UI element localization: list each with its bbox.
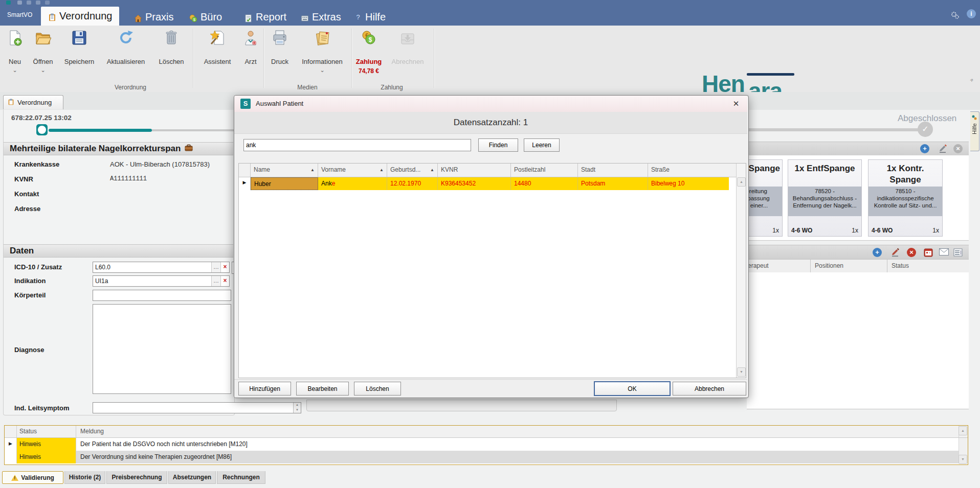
settings-gear-icon[interactable] [949,10,961,20]
list-icon[interactable] [953,248,963,259]
add-icon[interactable]: + [920,144,929,153]
indikation-value[interactable]: UI1a [93,276,211,286]
druck-button[interactable]: Druck [267,26,293,91]
leitsymptom-input[interactable] [93,403,293,413]
dialog-title-bar[interactable]: S Auswahl Patient ✕ [234,96,747,112]
column-header-stadt[interactable]: Stadt [578,164,648,177]
button-label: Zahlung [353,58,385,65]
column-header-kvnr[interactable]: KVNR [438,164,511,177]
tab-rechnungen[interactable]: Rechnungen [217,471,265,484]
spinner-up-icon[interactable]: ▲ [294,403,301,408]
lookup-ellipsis-button[interactable]: … [211,276,220,286]
menu-tab-buero[interactable]: $ Büro [189,9,222,26]
envelope-icon[interactable] [939,248,949,257]
cell-kvnr[interactable]: K936453452 [438,177,511,190]
edit-pencil-icon[interactable] [938,144,947,155]
patient-search-input[interactable] [243,139,471,151]
close-icon[interactable]: ✕ [731,99,741,108]
hinzufuegen-button[interactable]: Hinzufügen [238,382,291,396]
diagnose-textarea[interactable] [93,304,231,394]
therapy-card[interactable]: 1x Kontr. Spange 78510 - indikationsspez… [868,159,943,237]
column-header-vorname[interactable]: Vorname▲ [318,164,387,177]
arzt-button[interactable]: Arzt [239,26,262,91]
scroll-down-icon[interactable]: ▼ [737,367,746,377]
remove-icon[interactable]: × [907,248,916,257]
cell-name[interactable]: Huber [251,177,318,190]
chevron-down-icon[interactable]: ⌄ [297,67,348,73]
lookup-ellipsis-button[interactable]: … [211,262,220,272]
menu-tab-report[interactable]: Report [244,9,286,26]
side-tab-hilfe[interactable]: Hilfe [970,111,979,151]
menu-tab-hilfe[interactable]: ? Hilfe [354,9,386,26]
oeffnen-button[interactable]: Öffnen ⌄ [29,26,57,91]
quick-print-icon[interactable] [45,1,50,5]
chevron-down-icon[interactable]: ⌄ [4,67,26,73]
clear-x-button[interactable]: × [220,262,229,272]
remove-icon[interactable]: × [953,144,963,153]
cell-geburtsdatum[interactable]: 12.02.1970 [387,177,438,190]
spinner-down-icon[interactable]: ▼ [294,408,301,413]
tab-validierung[interactable]: Validierung [2,471,63,484]
menu-tab-praxis[interactable]: Praxis [134,9,174,26]
aktualisieren-button[interactable]: Aktualisieren [101,26,150,91]
chevron-down-icon[interactable]: ⌄ [29,67,57,73]
info-icon[interactable]: i [967,9,976,18]
calendar-icon[interactable] [924,248,933,259]
table-scrollbar[interactable]: ▲ ▼ [736,164,746,378]
clear-x-button[interactable]: × [220,276,229,286]
cell-postleitzahl[interactable]: 14480 [511,177,578,190]
finden-button[interactable]: Finden [478,138,518,152]
add-icon[interactable]: + [873,248,882,257]
patient-table-header: Name▲ Vorname▲ Geburtsd...▲ KVNR Postlei… [239,164,746,177]
tab-preisberechnung[interactable]: Preisberechnung [106,471,167,484]
scroll-up-icon[interactable]: ▲ [959,426,967,435]
leeren-button[interactable]: Leeren [524,138,560,152]
search-match-text: Ank [321,180,332,187]
cell-stadt[interactable]: Potsdam [578,177,648,190]
cell-vorname[interactable]: Anke [318,177,387,190]
column-header-meldung[interactable]: Meldung [76,426,959,437]
edit-pencil-icon[interactable] [890,247,900,259]
menu-tab-extras[interactable]: Extras [301,9,341,26]
icd10-value[interactable]: L60.0 [93,262,211,272]
quick-redo-icon[interactable] [36,1,40,5]
speichern-button[interactable]: Speichern [60,26,98,91]
informationen-button[interactable]: Informationen ⌄ [297,26,348,91]
column-header-strasse[interactable]: Straße [648,164,729,177]
tab-absetzungen[interactable]: Absetzungen [168,471,216,484]
field-label: Adresse [14,205,40,213]
therapy-card[interactable]: 1x EntfSpange 78520 - Behandlungsabschlu… [788,159,862,237]
zahlung-button[interactable]: €$ Zahlung 74,78 € [353,26,385,91]
scroll-up-icon[interactable]: ▲ [737,177,746,187]
bearbeiten-button[interactable]: Bearbeiten [296,382,349,396]
patient-row[interactable]: ▶ Huber Anke 12.02.1970 K936453452 14480… [239,177,746,190]
scroll-down-icon[interactable]: ▼ [959,455,967,464]
document-tab-verordnung[interactable]: Verordnung [3,95,63,109]
quick-save-icon[interactable] [17,1,22,5]
validation-row[interactable]: ▶ Hinweis Der Patient hat die DSGVO noch… [5,438,968,451]
validation-row[interactable]: Hinweis Der Verordnung sind keine Therap… [5,451,968,463]
column-header-therapeut[interactable]: erapeut [747,260,811,273]
column-header-status[interactable]: Status [17,426,76,437]
column-header-status[interactable]: Status [887,260,968,273]
neu-button[interactable]: Neu ⌄ [4,26,26,91]
loeschen-dialog-button[interactable]: Löschen [354,382,401,396]
column-header-positionen[interactable]: Positionen [811,260,887,273]
ok-button[interactable]: OK [594,381,671,396]
abbrechen-button[interactable]: Abbrechen [673,382,746,396]
scrollbar-track[interactable] [959,438,968,451]
koerperteil-input[interactable] [93,290,231,301]
assistent-button[interactable]: Assistent [197,26,237,91]
spinner-control[interactable]: ▲ ▼ [293,403,301,413]
record-id: 678:22.07.25 13:02 [11,114,72,122]
progress-slider-handle[interactable] [36,124,48,135]
column-header-geburtsdatum[interactable]: Geburtsd...▲ [387,164,438,177]
refresh-icon [118,30,134,46]
tab-historie[interactable]: Historie (2) [64,471,105,484]
menu-tab-verordnung[interactable]: Verordnung [41,7,119,26]
column-header-postleitzahl[interactable]: Postleitzahl [511,164,578,177]
cell-strasse[interactable]: Bibelweg 10 [648,177,729,190]
column-header-name[interactable]: Name▲ [251,164,318,177]
quick-undo-icon[interactable] [27,1,31,5]
loeschen-button[interactable]: Löschen [154,26,188,91]
